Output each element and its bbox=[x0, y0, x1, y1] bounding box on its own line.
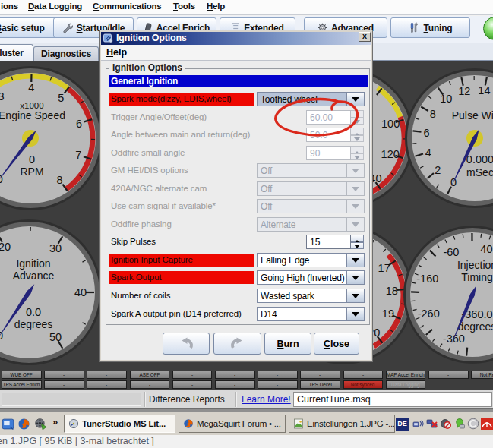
tray-antivirus-icon[interactable] bbox=[481, 418, 493, 430]
spinner-up-button[interactable] bbox=[351, 235, 364, 242]
row-label: Oddfire phasing bbox=[109, 218, 255, 231]
tray-network-disconnected-icon[interactable] bbox=[426, 418, 438, 430]
status-separator bbox=[144, 392, 145, 407]
dialog-close-button[interactable]: X bbox=[359, 32, 371, 42]
row-label: 420A/NGC alternate cam bbox=[109, 182, 255, 195]
indicator-label: - bbox=[191, 382, 193, 387]
spinner-down-button bbox=[351, 135, 364, 143]
dialog-menu-help[interactable]: Help bbox=[106, 47, 127, 58]
gauge-scale-label: 100 bbox=[381, 118, 400, 130]
spinner-down-button bbox=[351, 118, 364, 125]
menu-item-data-logging[interactable]: Data Logging bbox=[28, 2, 82, 11]
combo-420a-ngc-alternate-cam: Off bbox=[257, 181, 365, 196]
burn-button[interactable]: Burn bbox=[264, 333, 311, 355]
gauge-unit: degrees bbox=[14, 318, 53, 330]
combo-dropdown-button[interactable] bbox=[346, 270, 365, 285]
indicator-empty: - bbox=[428, 371, 469, 379]
gauge-title: Timing bbox=[461, 271, 493, 283]
combo-spark-output[interactable]: Going High (Inverted) bbox=[257, 270, 365, 285]
indicator-label: - bbox=[277, 372, 278, 377]
combo-spark-a-output-pin-d14-preferred[interactable]: D14 bbox=[257, 307, 365, 321]
row-label: Trigger Angle/Offset(deg) bbox=[109, 111, 255, 124]
combo-ignition-input-capture[interactable]: Falling Edge bbox=[257, 253, 365, 267]
status-difference-reports[interactable]: Difference Reports bbox=[149, 394, 225, 405]
combo-value: Alternate bbox=[257, 217, 346, 232]
indicator-label: TPS Accel Enrich bbox=[3, 382, 40, 387]
indicator-tps-decel: TPS Decel bbox=[300, 380, 340, 389]
chevron-down-icon bbox=[352, 187, 359, 195]
system-tray: DE bbox=[393, 415, 493, 433]
tray-messenger-icon[interactable] bbox=[453, 418, 466, 430]
combo-dropdown-button[interactable] bbox=[346, 253, 365, 267]
firefox-icon bbox=[183, 418, 194, 429]
gauge-scale-label: 18 bbox=[386, 285, 398, 297]
taskbar-button-einstellungen[interactable]: Einstellungen 1.JPG -... bbox=[289, 415, 395, 433]
gauge-value: 0.000 bbox=[466, 153, 493, 166]
indicator-label: Data Logging bbox=[391, 382, 419, 387]
combo-dropdown-button[interactable] bbox=[346, 289, 365, 303]
combo-dropdown-button[interactable] bbox=[346, 307, 365, 321]
redo-button[interactable] bbox=[213, 333, 261, 355]
gauge-unit: RPM bbox=[20, 166, 43, 178]
indicator-map-accel-enrich: MAP Accel Enrich bbox=[386, 371, 426, 379]
close-button[interactable]: Close bbox=[314, 333, 359, 355]
indicator-label: - bbox=[320, 372, 321, 377]
row-label: Ignition Input Capture bbox=[109, 254, 254, 267]
tray-volume-icon[interactable] bbox=[412, 418, 425, 430]
chevron-down-icon bbox=[352, 258, 359, 267]
indicator-label: - bbox=[447, 372, 449, 377]
language-indicator[interactable]: DE bbox=[396, 418, 409, 431]
combo-dropdown-button bbox=[346, 163, 365, 178]
quicklaunch-overflow-chevron[interactable]: » bbox=[52, 416, 58, 427]
quicklaunch-desktop-icon[interactable] bbox=[2, 418, 14, 431]
tab-cluster[interactable]: luster bbox=[0, 44, 33, 61]
tray-blocked-icon[interactable] bbox=[440, 418, 452, 430]
gauge-scale-label: 6 bbox=[76, 118, 82, 130]
indicator-label: - bbox=[149, 382, 150, 387]
quicklaunch-media-icon[interactable] bbox=[34, 418, 47, 431]
toolbar-tuning-button[interactable]: Tuning bbox=[390, 17, 470, 38]
combo-dropdown-button bbox=[346, 217, 365, 232]
spinner-up-button bbox=[351, 110, 364, 118]
combo-value: Going High (Inverted) bbox=[257, 270, 346, 285]
combo-spark-mode-dizzy-edis-wheel[interactable]: Toothed wheel bbox=[257, 92, 365, 106]
menu-item-communications[interactable]: Communications bbox=[93, 2, 162, 11]
gauge-scale-label: 12 bbox=[458, 85, 470, 97]
spinner-skip-pulses[interactable]: 15 bbox=[306, 235, 365, 249]
menu-item-options-partial[interactable]: ions bbox=[1, 2, 18, 11]
menu-item-help[interactable]: Help bbox=[207, 2, 225, 11]
combo-number-of-coils[interactable]: Wasted spark bbox=[257, 289, 365, 303]
indicator-empty: - bbox=[215, 371, 255, 379]
taskbar-button-megasquirt-forum[interactable]: MegaSquirt Forum • ... bbox=[179, 415, 286, 433]
combo-value: Off bbox=[257, 181, 346, 196]
indicator-label: TPS Decel bbox=[309, 382, 332, 387]
row-label: Skip Pulses bbox=[109, 235, 255, 248]
indicator-label: MAP Accel Enrich bbox=[387, 372, 425, 377]
spinner-down-button[interactable] bbox=[351, 242, 364, 250]
dialog-titlebar[interactable]: Ignition Options bbox=[101, 32, 371, 45]
undo-button[interactable] bbox=[163, 333, 210, 355]
gauge-scale-label: 8 bbox=[56, 174, 62, 186]
gauge-scale-label: 6 bbox=[423, 127, 429, 139]
indicator-empty: - bbox=[172, 371, 213, 379]
current-tune-filename: CurrentTune.msq bbox=[297, 394, 371, 405]
tray-clock-icon[interactable] bbox=[467, 418, 479, 430]
menu-item-tools[interactable]: Tools bbox=[173, 2, 195, 11]
gauge-title: Injection bbox=[457, 259, 493, 271]
spinner-down-button bbox=[351, 153, 364, 161]
gauge-scale-label: 8 bbox=[430, 108, 436, 120]
taskbar-button-tunerstudio[interactable]: TunerStudio MS Lit... bbox=[64, 415, 175, 433]
combo-value: Falling Edge bbox=[257, 253, 346, 267]
toolbar-basic-setup-button[interactable]: Basic setup bbox=[0, 17, 59, 38]
spinner-up-button bbox=[351, 128, 364, 135]
gauge-scale-label: -60 bbox=[443, 246, 459, 258]
tab-diagnostics[interactable]: Diagnostics bbox=[33, 46, 99, 61]
quicklaunch-firefox-icon[interactable] bbox=[17, 418, 30, 431]
combo-dropdown-button[interactable] bbox=[346, 92, 365, 106]
status-separator bbox=[235, 392, 236, 407]
spinner-value: 60.00 bbox=[306, 110, 351, 125]
learn-more-link[interactable]: Learn More! bbox=[242, 394, 291, 405]
indicator-label: - bbox=[191, 372, 193, 377]
spinner-value[interactable]: 15 bbox=[306, 235, 351, 249]
row-label: Spark A output pin (D14 preferred) bbox=[109, 308, 255, 320]
